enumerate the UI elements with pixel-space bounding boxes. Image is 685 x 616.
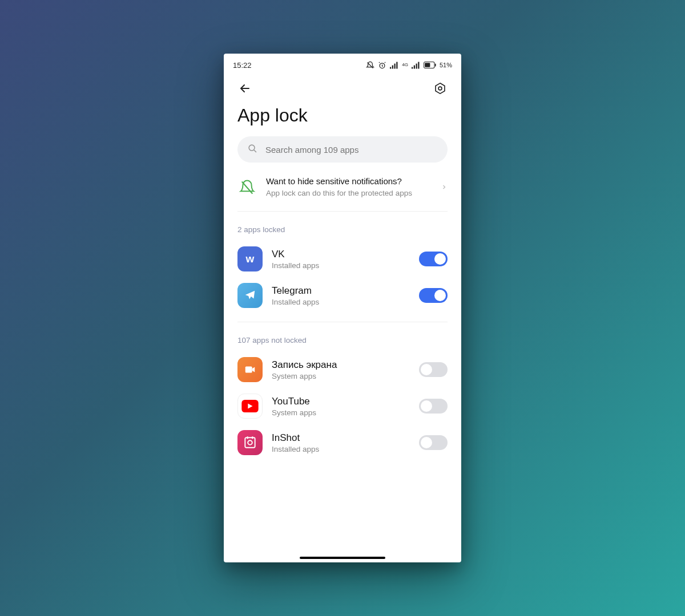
- bell-off-icon: [237, 179, 257, 196]
- network-type: 4G: [402, 63, 408, 67]
- app-name: VK: [272, 249, 410, 260]
- svg-rect-1: [390, 67, 391, 68]
- top-bar: [224, 73, 461, 99]
- vk-app-icon: w: [237, 246, 263, 271]
- phone-frame: 15:22 4G 51% App: [224, 54, 461, 562]
- search-bar[interactable]: [237, 136, 448, 163]
- app-name: YouTube: [272, 396, 410, 407]
- status-bar: 15:22 4G 51%: [224, 57, 461, 73]
- search-icon: [248, 144, 257, 156]
- svg-rect-5: [412, 67, 413, 68]
- settings-button[interactable]: [433, 81, 448, 96]
- battery-icon: [424, 62, 436, 68]
- app-subtitle: System apps: [272, 408, 410, 417]
- app-name: Telegram: [272, 285, 410, 297]
- app-subtitle: System apps: [272, 372, 410, 380]
- signal-icon-2: [412, 62, 420, 69]
- app-name: Запись экрана: [272, 359, 410, 371]
- svg-point-13: [249, 145, 255, 151]
- alarm-icon: [378, 61, 386, 70]
- svg-rect-11: [435, 63, 436, 66]
- lock-toggle-screen-recorder[interactable]: [419, 362, 448, 377]
- svg-rect-2: [392, 65, 393, 68]
- notifications-banner[interactable]: Want to hide sensitive notifications? Ap…: [237, 173, 448, 212]
- screen-recorder-app-icon: [237, 357, 263, 382]
- svg-rect-7: [416, 63, 417, 68]
- app-subtitle: Installed apps: [272, 261, 410, 270]
- app-subtitle: Installed apps: [272, 445, 410, 453]
- svg-rect-16: [245, 438, 255, 448]
- back-button[interactable]: [237, 81, 252, 96]
- banner-title: Want to hide sensitive notifications?: [266, 176, 432, 186]
- lock-toggle-inshot[interactable]: [419, 435, 448, 450]
- locked-section-label: 2 apps locked: [224, 212, 461, 241]
- status-time: 15:22: [233, 61, 252, 70]
- app-row-vk: w VK Installed apps: [224, 241, 461, 277]
- svg-rect-3: [394, 63, 396, 68]
- lock-toggle-youtube[interactable]: [419, 399, 448, 414]
- unlocked-section-label: 107 apps not locked: [224, 322, 461, 351]
- signal-icon: [390, 62, 398, 69]
- lock-toggle-vk[interactable]: [419, 252, 448, 266]
- inshot-app-icon: [237, 430, 263, 455]
- svg-rect-14: [245, 367, 252, 373]
- status-right: 4G 51%: [366, 61, 452, 70]
- home-indicator[interactable]: [300, 557, 385, 559]
- app-row-screen-recorder: Запись экрана System apps: [224, 351, 461, 388]
- app-row-inshot: InShot Installed apps: [224, 424, 461, 461]
- banner-subtitle: App lock can do this for the protected a…: [266, 188, 432, 198]
- youtube-app-icon: [237, 394, 263, 419]
- app-name: InShot: [272, 432, 410, 444]
- svg-point-12: [438, 87, 442, 90]
- svg-rect-10: [425, 63, 430, 67]
- lock-toggle-telegram[interactable]: [419, 288, 448, 303]
- search-input[interactable]: [265, 145, 437, 155]
- svg-rect-6: [414, 65, 415, 68]
- chevron-right-icon: [441, 183, 448, 193]
- app-row-telegram: Telegram Installed apps: [224, 277, 461, 314]
- vibrate-off-icon: [366, 61, 374, 70]
- svg-point-17: [248, 440, 252, 445]
- svg-rect-4: [397, 62, 398, 68]
- page-title: App lock: [224, 99, 461, 136]
- app-subtitle: Installed apps: [272, 298, 410, 306]
- telegram-app-icon: [237, 283, 263, 308]
- app-row-youtube: YouTube System apps: [224, 388, 461, 424]
- battery-percent: 51%: [440, 62, 452, 68]
- svg-rect-8: [418, 62, 419, 68]
